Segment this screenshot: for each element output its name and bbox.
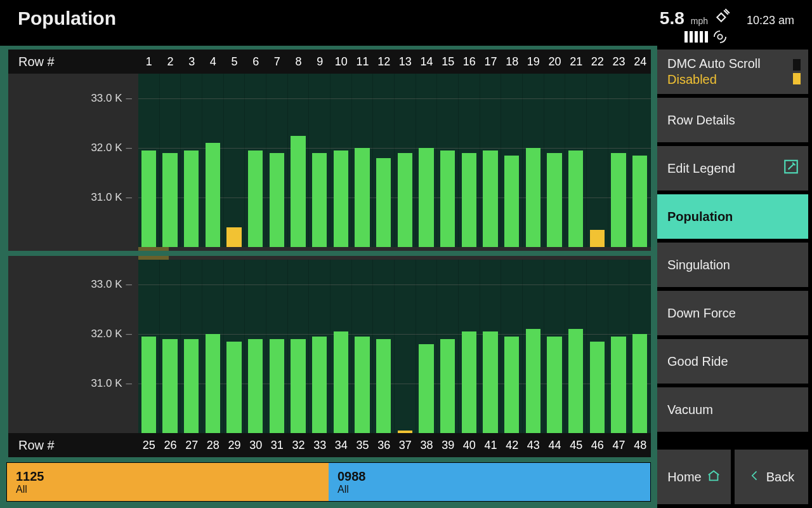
sidebar-item-edit-legend[interactable]: Edit Legend <box>657 146 808 190</box>
row-number: 21 <box>565 55 587 69</box>
bar-row-5[interactable] <box>224 74 246 247</box>
row-number: 9 <box>309 55 331 69</box>
gps-quality-icon <box>713 30 727 44</box>
bar <box>440 339 455 433</box>
bar-row-44[interactable] <box>544 260 566 433</box>
bar-row-47[interactable] <box>608 260 630 433</box>
bar <box>547 337 562 433</box>
bar <box>483 331 498 433</box>
sidebar-item-good-ride[interactable]: Good Ride <box>657 339 808 384</box>
y-axis-top: 33.0 K32.0 K31.0 K <box>8 74 138 247</box>
row-number: 32 <box>288 439 310 452</box>
sidebar-item-vacuum[interactable]: Vacuum <box>657 387 808 432</box>
bar <box>162 339 178 433</box>
bar-row-10[interactable] <box>331 74 352 247</box>
bar-row-19[interactable] <box>523 74 544 247</box>
bar <box>334 331 349 433</box>
bar-row-48[interactable] <box>629 260 651 433</box>
sidebar-item-population[interactable]: Population <box>657 194 808 239</box>
nav-label: Back <box>766 470 794 485</box>
bar-row-46[interactable] <box>587 260 608 433</box>
home-icon <box>707 469 721 486</box>
bar-row-21[interactable] <box>565 74 587 247</box>
bar-row-20[interactable] <box>544 74 566 247</box>
back-button[interactable]: Back <box>735 450 808 504</box>
bar-row-8[interactable] <box>288 74 310 247</box>
bar-row-18[interactable] <box>501 74 523 247</box>
sidebar-item-label: Row Details <box>667 113 735 128</box>
bar-row-35[interactable] <box>352 260 374 433</box>
row-number: 5 <box>224 55 246 69</box>
bar-row-37[interactable] <box>395 260 416 433</box>
dmc-auto-scroll-toggle[interactable]: DMC Auto Scroll Disabled <box>657 50 808 94</box>
row-number-label: Row # <box>8 438 138 453</box>
y-tick-label: 31.0 K <box>91 377 132 390</box>
bar-row-12[interactable] <box>373 74 395 247</box>
hybrid-scope: All <box>16 484 320 495</box>
bar-row-3[interactable] <box>181 74 202 247</box>
bar-row-9[interactable] <box>309 74 331 247</box>
bar <box>590 230 605 247</box>
bar <box>270 339 285 433</box>
dmc-status: Disabled <box>667 72 717 87</box>
bar-row-32[interactable] <box>288 260 310 433</box>
bar <box>184 150 199 247</box>
bar-row-30[interactable] <box>245 260 266 433</box>
bar <box>398 153 413 247</box>
row-number: 25 <box>138 439 160 452</box>
bar <box>334 150 349 247</box>
bar <box>270 153 285 247</box>
bar <box>462 153 477 247</box>
bar-row-6[interactable] <box>245 74 266 247</box>
bar-row-27[interactable] <box>181 260 202 433</box>
bar-row-13[interactable] <box>395 74 416 247</box>
bar-row-38[interactable] <box>416 260 438 433</box>
bars-region-bottom[interactable] <box>138 260 651 433</box>
y-tick-label: 32.0 K <box>91 328 132 340</box>
row-number: 26 <box>160 439 181 452</box>
bar-row-42[interactable] <box>501 260 523 433</box>
bar-row-39[interactable] <box>437 260 459 433</box>
row-number: 2 <box>160 55 181 69</box>
bar-row-11[interactable] <box>352 74 374 247</box>
satellite-icon <box>714 8 731 24</box>
home-button[interactable]: Home <box>657 450 731 504</box>
bar-row-31[interactable] <box>266 260 288 433</box>
bar-row-43[interactable] <box>523 260 544 433</box>
bar-row-34[interactable] <box>331 260 352 433</box>
bar-row-7[interactable] <box>266 74 288 247</box>
row-number: 6 <box>245 55 266 69</box>
bar-row-16[interactable] <box>459 74 480 247</box>
bar-row-26[interactable] <box>160 260 181 433</box>
bar <box>568 329 584 433</box>
bar-row-25[interactable] <box>138 260 160 433</box>
bar-row-14[interactable] <box>416 74 438 247</box>
bar-row-29[interactable] <box>224 260 246 433</box>
bar-row-23[interactable] <box>608 74 630 247</box>
bar-row-1[interactable] <box>138 74 160 247</box>
sidebar-item-singulation[interactable]: Singulation <box>657 243 808 287</box>
bar-row-17[interactable] <box>480 74 502 247</box>
hybrid-card-0988[interactable]: 0988 All <box>329 463 650 501</box>
bar-row-40[interactable] <box>459 260 480 433</box>
sidebar-item-down-force[interactable]: Down Force <box>657 291 808 335</box>
bar-row-33[interactable] <box>309 260 331 433</box>
sidebar-item-row-details[interactable]: Row Details <box>657 98 808 142</box>
sidebar-item-label: Singulation <box>667 258 730 272</box>
bar-row-24[interactable] <box>629 74 651 247</box>
bar-row-22[interactable] <box>587 74 608 247</box>
charts-pane: Row # 1234567891011121314151617181920212… <box>0 46 657 508</box>
row-number: 40 <box>459 439 480 452</box>
bar-row-41[interactable] <box>480 260 502 433</box>
bar-row-15[interactable] <box>437 74 459 247</box>
bar-row-36[interactable] <box>373 260 395 433</box>
hybrid-card-1125[interactable]: 1125 All <box>7 463 329 501</box>
bar-row-45[interactable] <box>565 260 587 433</box>
bars-region-top[interactable] <box>138 74 651 247</box>
bar <box>483 150 498 247</box>
bar <box>141 150 157 247</box>
bar-row-4[interactable] <box>202 74 224 247</box>
hybrid-baseline-top <box>138 247 169 251</box>
bar-row-28[interactable] <box>202 260 224 433</box>
bar-row-2[interactable] <box>160 74 181 247</box>
